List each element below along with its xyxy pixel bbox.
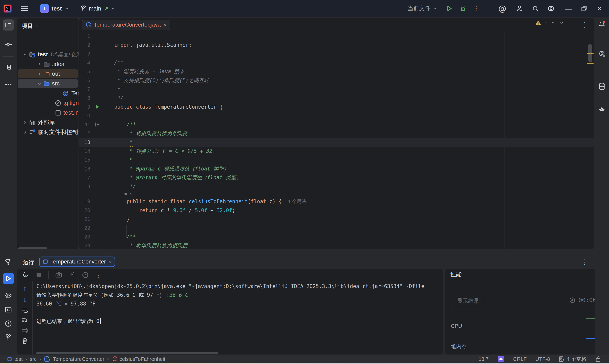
code-line[interactable]: 1 — [79, 32, 594, 41]
code-line[interactable]: 9public class TemperatureConverter { — [79, 103, 594, 111]
show-results-button[interactable]: 显示结果 — [451, 295, 485, 307]
inspections-widget[interactable]: 5 — [535, 19, 564, 26]
chevron-right-icon[interactable] — [23, 130, 28, 135]
code-line[interactable]: 3 — [79, 49, 594, 58]
services-tool-button[interactable] — [3, 290, 14, 301]
run-configuration-selector[interactable]: 当前文件 — [408, 5, 437, 13]
code-line[interactable]: 5 * 温度转换器 - Java 版本 — [79, 67, 594, 76]
ai-inlay-row[interactable] — [79, 191, 594, 197]
ai-assistant-icon[interactable]: @ — [498, 4, 506, 13]
close-run-tab-icon[interactable]: × — [108, 259, 111, 265]
code-line[interactable]: 24 * 将华氏度转换为摄氏度 — [79, 241, 594, 249]
breadcrumb-src[interactable]: src — [30, 356, 37, 362]
code-line[interactable]: 15 * — [79, 156, 594, 164]
code-line[interactable]: 13 * — [79, 138, 594, 147]
structure-tool-button[interactable] — [3, 62, 14, 73]
tree-item-TemperatureConverter[interactable]: CTemperatureConverter — [17, 88, 78, 98]
tree-item-test.iml[interactable]: test.iml — [17, 108, 78, 117]
database-icon[interactable] — [597, 81, 607, 91]
line-ending-widget[interactable]: CRLF — [513, 356, 527, 362]
code-line[interactable]: 16 * @param c 摄氏温度值（float 类型） — [79, 164, 594, 173]
soft-wrap-icon[interactable] — [21, 308, 28, 314]
breadcrumb-TemperatureConverter[interactable]: CTemperatureConverter — [44, 355, 104, 363]
code-line[interactable]: 7 * — [79, 85, 594, 94]
close-tab-icon[interactable]: × — [163, 21, 167, 28]
chevron-down-icon[interactable] — [37, 81, 42, 86]
ai-generate-inlay-icon[interactable] — [123, 191, 133, 196]
chevron-down-icon[interactable] — [23, 52, 28, 57]
next-warning-chevron-icon[interactable] — [559, 20, 564, 25]
indent-widget[interactable]: 4 个空格 — [559, 356, 586, 363]
run-tool-button-active[interactable] — [3, 273, 14, 284]
notifications-bell-icon[interactable] — [597, 19, 607, 30]
ai-assistant-logo-icon[interactable] — [597, 104, 607, 115]
scroll-to-end-icon[interactable] — [21, 318, 28, 324]
code-line[interactable]: 17 * @return 对应的华氏温度值（float 类型） — [79, 173, 594, 182]
tree-item-src[interactable]: src — [17, 79, 78, 88]
code-line[interactable]: 4/** — [79, 58, 594, 67]
ai-assistant-status-icon[interactable] — [497, 355, 505, 363]
search-everywhere-icon[interactable] — [532, 5, 539, 12]
tree-item-外部库[interactable]: 外部库 — [17, 117, 78, 127]
minimize-window-button[interactable]: — — [563, 3, 574, 14]
code-line[interactable]: 8 */ — [79, 94, 594, 103]
git-tool-button[interactable] — [3, 332, 14, 343]
code-line[interactable]: 23 /** — [79, 232, 594, 241]
close-window-button[interactable]: ✕ — [594, 3, 605, 14]
run-class-gutter-icon[interactable] — [95, 104, 100, 110]
breadcrumb-celsiusToFahrenheit[interactable]: mcelsiusToFahrenheit — [112, 356, 165, 362]
breadcrumb-test[interactable]: test — [7, 356, 23, 362]
warning-stripe-mark[interactable] — [587, 63, 594, 64]
tree-item-out[interactable]: out — [17, 69, 78, 79]
console-horizontal-scrollbar[interactable] — [36, 352, 219, 354]
code-line[interactable]: 21 } — [79, 215, 594, 224]
warning-stripe-mark[interactable] — [587, 53, 594, 54]
code-line[interactable]: 11 /** — [79, 120, 594, 129]
tab-options-kebab-icon[interactable]: ⋮ — [582, 21, 588, 28]
tree-item-.idea[interactable]: .idea — [17, 59, 78, 69]
ai-chat-icon[interactable] — [597, 48, 607, 59]
run-panel-options-kebab-icon[interactable]: ⋮ — [582, 258, 588, 266]
caret-position-widget[interactable]: 13:7 — [479, 356, 489, 362]
chevron-down-icon[interactable] — [35, 24, 39, 28]
code-line[interactable]: 19 public static float celsiusToFahrenhe… — [79, 197, 594, 206]
settings-gear-icon[interactable] — [547, 5, 555, 12]
main-menu-hamburger-icon[interactable] — [21, 6, 28, 11]
code-content[interactable]: 12import java.util.Scanner;34/**5 * 温度转换… — [79, 32, 594, 249]
tree-item-.gitignore[interactable]: .gitignore — [17, 98, 78, 108]
terminal-tool-button[interactable] — [3, 304, 14, 315]
tree-item-test[interactable]: testD:\桌面\仓库 — [17, 50, 78, 59]
horizontal-scrollbar[interactable] — [18, 247, 47, 249]
more-tool-windows-button[interactable] — [3, 79, 14, 90]
code-line[interactable]: 2import java.util.Scanner; — [79, 41, 594, 50]
code-line[interactable]: 18 */ — [79, 182, 594, 191]
project-tool-button[interactable] — [3, 19, 14, 30]
doc-render-gutter-icon[interactable] — [95, 122, 101, 127]
chevron-right-icon[interactable] — [37, 71, 42, 77]
tree-item-临时文件和控制台[interactable]: 临时文件和控制台 — [17, 127, 78, 137]
chevron-right-icon[interactable] — [37, 62, 42, 67]
code-line[interactable]: 20 return c * 9.0f / 5.0f + 32.0f; — [79, 206, 594, 215]
code-line[interactable]: 6 * 支持摄氏度(C)与华氏度(F)之间互转 — [79, 76, 594, 85]
project-widget[interactable]: T test — [40, 4, 69, 13]
build-tool-button[interactable] — [3, 256, 14, 267]
clear-all-trash-icon[interactable] — [22, 338, 28, 344]
run-button[interactable] — [446, 5, 452, 12]
restore-window-button[interactable] — [578, 3, 590, 14]
commit-tool-button[interactable] — [3, 39, 14, 50]
console-options-kebab-icon[interactable]: ⋮ — [95, 272, 101, 278]
restart-console-icon[interactable] — [69, 272, 75, 278]
console-output[interactable]: C:\Users\rui08\.jdks\openjdk-25.0.2\bin\… — [37, 282, 441, 352]
thread-dump-camera-icon[interactable] — [55, 272, 62, 278]
code-line[interactable]: 12 * 将摄氏度转换为华氏度 — [79, 129, 594, 138]
chevron-right-icon[interactable] — [23, 120, 28, 125]
profiler-gauge-icon[interactable] — [82, 272, 89, 278]
code-line[interactable]: 10 — [79, 111, 594, 120]
rerun-button[interactable] — [22, 272, 29, 278]
up-stack-trace-icon[interactable]: ↑ — [23, 284, 26, 292]
code-line[interactable]: 22 — [79, 223, 594, 232]
vcs-branch-widget[interactable]: main ↗ — [80, 5, 115, 12]
problems-tool-button[interactable] — [3, 318, 14, 329]
run-tab-temperatureconverter[interactable]: TemperatureConverter × — [39, 257, 115, 267]
encoding-widget[interactable]: UTF-8 — [535, 356, 550, 362]
